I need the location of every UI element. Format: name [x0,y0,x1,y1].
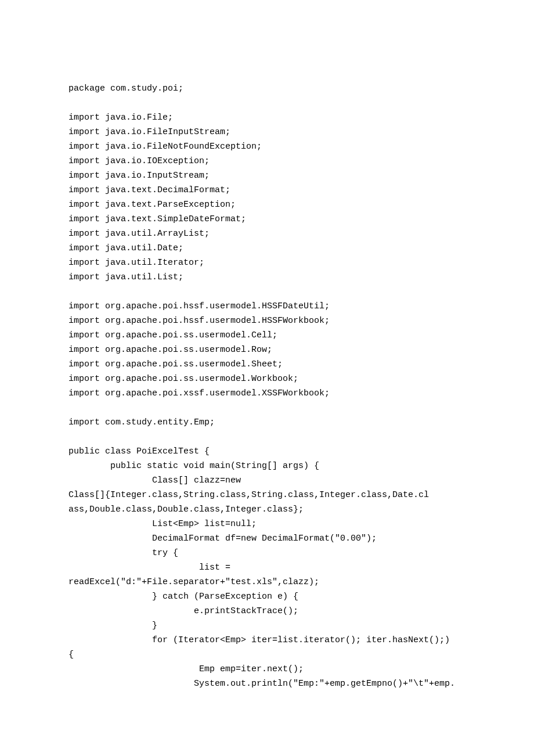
code-block: package com.study.poi; import java.io.Fi… [68,81,466,691]
document-page: package com.study.poi; import java.io.Fi… [0,0,534,726]
